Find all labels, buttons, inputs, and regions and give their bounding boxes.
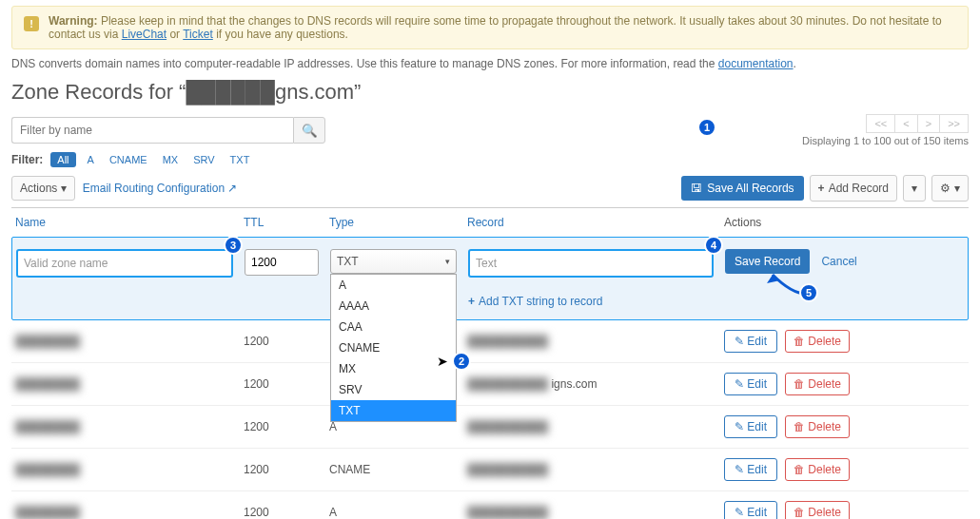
- col-name[interactable]: Name: [15, 216, 244, 229]
- actions-dropdown[interactable]: Actions ▾: [11, 176, 75, 201]
- edit-button[interactable]: ✎ Edit: [724, 501, 777, 519]
- type-option-caa[interactable]: CAA: [331, 317, 456, 337]
- livechat-link[interactable]: LiveChat: [122, 28, 167, 41]
- pager: << < > >> Displaying 1 to 100 out of 150…: [802, 114, 969, 146]
- delete-button[interactable]: 🗑 Delete: [785, 373, 850, 395]
- callout-1: 1: [697, 118, 716, 137]
- callout-5: 5: [799, 283, 818, 302]
- add-record-button[interactable]: +Add Record: [810, 175, 897, 202]
- table-header: Name TTL Type Record Actions: [11, 208, 969, 237]
- table-row: ████████1200MX██████████ igns.com✎ Edit🗑…: [11, 363, 969, 406]
- trash-icon: 🗑: [794, 463, 805, 476]
- ttl-input[interactable]: [245, 249, 319, 276]
- filter-srv[interactable]: SRV: [189, 152, 218, 167]
- search-button[interactable]: 🔍: [293, 117, 325, 144]
- type-option-a[interactable]: A: [331, 275, 456, 296]
- pager-first[interactable]: <<: [866, 114, 895, 133]
- trash-icon: 🗑: [794, 420, 805, 433]
- records-table: Name TTL Type Record Actions 3 TXT▾ A AA…: [11, 207, 969, 519]
- cell-type: CNAME: [329, 463, 467, 476]
- name-input[interactable]: [16, 249, 233, 278]
- pager-next[interactable]: >: [918, 114, 940, 133]
- filter-cname[interactable]: CNAME: [106, 152, 151, 167]
- caret-down-icon: ▾: [61, 182, 67, 195]
- edit-button[interactable]: ✎ Edit: [724, 330, 777, 353]
- cell-ttl: 1200: [244, 420, 329, 433]
- record-input[interactable]: [468, 249, 714, 278]
- documentation-link[interactable]: documentation: [718, 57, 794, 70]
- cell-ttl: 1200: [244, 335, 329, 348]
- add-record-row: 3 TXT▾ A AAAA CAA CNAME MX SRV TXT ➤ 2 +…: [11, 237, 969, 320]
- pencil-icon: ✎: [735, 377, 744, 391]
- add-record-caret[interactable]: ▾: [903, 175, 926, 202]
- type-option-srv[interactable]: SRV: [331, 379, 456, 400]
- cell-actions: ✎ Edit🗑 Delete: [724, 415, 965, 438]
- cell-record: ██████████: [467, 463, 724, 476]
- cell-actions: ✎ Edit🗑 Delete: [724, 501, 965, 519]
- callout-2: 2: [452, 352, 471, 371]
- ticket-link[interactable]: Ticket: [183, 28, 213, 41]
- page-title: Zone Records for “██████gns.com”: [11, 80, 969, 105]
- pencil-icon: ✎: [735, 420, 744, 433]
- cell-record: ██████████ igns.com: [467, 377, 724, 391]
- pager-last[interactable]: >>: [940, 114, 969, 133]
- filter-input[interactable]: [11, 117, 293, 144]
- pager-info: Displaying 1 to 100 out of 150 items: [802, 135, 969, 146]
- email-routing-link[interactable]: Email Routing Configuration ↗: [83, 182, 238, 195]
- pencil-icon: ✎: [735, 335, 744, 348]
- trash-icon: 🗑: [794, 377, 805, 391]
- trash-icon: 🗑: [794, 506, 805, 519]
- pencil-icon: ✎: [735, 463, 744, 476]
- pencil-icon: ✎: [735, 506, 744, 519]
- add-txt-string-link[interactable]: +Add TXT string to record: [468, 295, 725, 308]
- callout-3: 3: [224, 236, 243, 255]
- edit-button[interactable]: ✎ Edit: [724, 458, 777, 481]
- delete-button[interactable]: 🗑 Delete: [785, 458, 850, 481]
- filter-a[interactable]: A: [84, 152, 98, 167]
- cell-actions: ✎ Edit🗑 Delete: [724, 330, 965, 353]
- cell-name: ████████: [15, 335, 244, 348]
- table-row: ████████1200A██████████ ✎ Edit🗑 Delete: [11, 491, 969, 519]
- cell-record: ██████████: [467, 420, 724, 433]
- pager-prev[interactable]: <: [895, 114, 917, 133]
- col-actions: Actions: [724, 216, 965, 229]
- filter-mx[interactable]: MX: [159, 152, 183, 167]
- filter-label: Filter:: [11, 153, 43, 166]
- external-link-icon: ↗: [227, 182, 237, 195]
- type-option-txt[interactable]: TXT: [331, 400, 456, 421]
- col-record[interactable]: Record: [467, 216, 724, 229]
- cell-name: ████████: [15, 420, 244, 433]
- intro-text: DNS converts domain names into computer-…: [11, 57, 969, 70]
- callout-4: 4: [704, 236, 723, 255]
- delete-button[interactable]: 🗑 Delete: [785, 330, 850, 353]
- cancel-link[interactable]: Cancel: [821, 255, 856, 268]
- type-option-aaaa[interactable]: AAAA: [331, 296, 456, 317]
- filter-row: Filter: All A CNAME MX SRV TXT: [11, 152, 969, 167]
- save-all-button[interactable]: 🖫Save All Records: [681, 176, 803, 201]
- search-icon: 🔍: [302, 124, 318, 138]
- table-row: ████████1200CNAME██████████ ✎ Edit🗑 Dele…: [11, 449, 969, 491]
- trash-icon: 🗑: [794, 335, 805, 348]
- warning-banner: ! Warning: Please keep in mind that the …: [11, 6, 969, 49]
- gear-icon: ⚙: [940, 182, 951, 195]
- chevron-down-icon: ▾: [445, 257, 450, 266]
- table-row: ████████1200A██████████ ✎ Edit🗑 Delete: [11, 406, 969, 449]
- cell-ttl: 1200: [244, 463, 329, 476]
- type-select[interactable]: TXT▾: [330, 249, 457, 274]
- toolbar: Actions ▾ Email Routing Configuration ↗ …: [11, 175, 969, 202]
- edit-button[interactable]: ✎ Edit: [724, 373, 777, 395]
- col-type[interactable]: Type: [329, 216, 467, 229]
- delete-button[interactable]: 🗑 Delete: [785, 415, 850, 438]
- col-ttl[interactable]: TTL: [244, 216, 329, 229]
- cell-record: ██████████: [467, 506, 724, 519]
- delete-button[interactable]: 🗑 Delete: [785, 501, 850, 519]
- cursor-icon: ➤: [437, 354, 448, 369]
- cell-name: ████████: [15, 377, 244, 391]
- cell-actions: ✎ Edit🗑 Delete: [724, 373, 965, 395]
- settings-button[interactable]: ⚙ ▾: [931, 175, 969, 202]
- filter-all[interactable]: All: [50, 152, 75, 167]
- warning-icon: !: [24, 16, 39, 31]
- edit-button[interactable]: ✎ Edit: [724, 415, 777, 438]
- table-row: ████████1200██████████ ✎ Edit🗑 Delete: [11, 320, 969, 363]
- filter-txt[interactable]: TXT: [226, 152, 254, 167]
